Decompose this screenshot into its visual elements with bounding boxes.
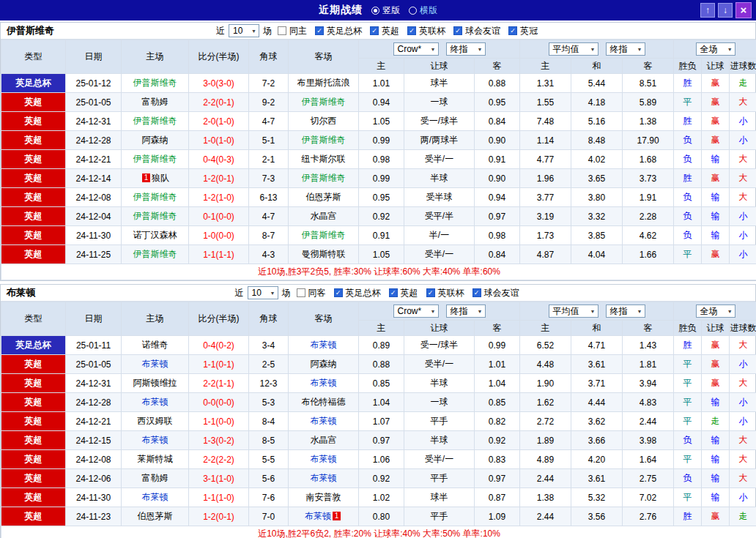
dropdown-arrow-icon: ▼	[270, 291, 275, 296]
dropdown-arrow-icon: ▼	[251, 29, 256, 34]
layout-horizontal-radio[interactable]: 横版	[409, 4, 437, 17]
result-handicap: 输	[702, 226, 730, 245]
odds-home: 1.01	[359, 74, 404, 93]
avg-time-select[interactable]: 终指▼	[606, 305, 645, 318]
odds-away: 0.97	[475, 207, 520, 226]
odds-handicap: 受半球	[404, 188, 475, 207]
league-filter-0-2[interactable]: ✓英联杯	[407, 25, 446, 37]
league-type-badge: 英超	[1, 188, 66, 207]
same-venue-filter-0[interactable]: 同主	[278, 25, 308, 37]
match-date: 24-12-28	[66, 131, 122, 150]
dropdown-arrow-icon: ▼	[590, 309, 596, 314]
layout-vertical-radio[interactable]: 竖版	[371, 4, 400, 17]
avg-home: 1.89	[520, 431, 571, 450]
corner-count: 5-6	[249, 469, 289, 488]
league-filter-1-3-label: 球会友谊	[483, 287, 520, 299]
match-score: 2-2(2-2)	[189, 450, 249, 469]
average-select[interactable]: 平均值▼	[549, 42, 598, 56]
scope-select[interactable]: 全场▼	[696, 42, 735, 56]
result-goals: 小	[730, 488, 756, 507]
sections-container: 伊普斯维奇 近 10▼ 场 同主 ✓英足总杯✓英超✓英联杯✓球会友谊✓英冠 类型…	[0, 20, 756, 538]
match-row: 英超24-12-06富勒姆3-1(1-0)5-6布莱顿0.92平手0.972.4…	[1, 469, 756, 488]
league-filter-1-3[interactable]: ✓球会友谊	[472, 287, 520, 299]
average-select-value: 平均值	[553, 43, 579, 56]
odds-away: 1.09	[475, 507, 520, 526]
away-team: 布莱顿	[289, 374, 359, 393]
league-type-badge: 英超	[1, 169, 66, 188]
league-filter-0-0[interactable]: ✓英足总杯	[315, 25, 363, 37]
match-score: 3-1(1-0)	[189, 469, 249, 488]
league-filter-1-1[interactable]: ✓英超	[389, 287, 419, 299]
odds-away: 0.84	[475, 112, 520, 131]
result-goals: 走	[730, 507, 756, 526]
close-button[interactable]: ×	[735, 2, 752, 18]
dropdown-arrow-icon: ▼	[727, 47, 733, 52]
odds-handicap: 受半/一	[404, 450, 475, 469]
match-count-select[interactable]: 10▼	[229, 24, 259, 37]
avg-draw: 8.48	[571, 131, 623, 150]
average-select[interactable]: 平均值▼	[549, 305, 598, 318]
corner-count: 8-5	[249, 431, 289, 450]
league-filter-0-3[interactable]: ✓球会友谊	[453, 25, 501, 37]
bookmaker-select[interactable]: Crow*▼	[393, 42, 439, 56]
matches-table: 类型 日期 主场 比分(半场) 角球 客场 Crow*▼终指▼ 平均值▼终指▼ …	[1, 40, 756, 280]
checked-checkbox-icon: ✓	[508, 26, 517, 35]
away-team: 布莱顿	[289, 336, 359, 355]
away-team: 伊普斯维奇	[289, 169, 359, 188]
league-filter-0-4[interactable]: ✓英冠	[508, 25, 538, 37]
match-count-select[interactable]: 10▼	[248, 286, 278, 299]
match-score: 2-0(1-0)	[189, 112, 249, 131]
odds-home: 0.89	[359, 336, 404, 355]
away-team: 曼彻斯特联	[289, 245, 359, 264]
match-date: 25-01-05	[66, 93, 122, 112]
odds-time-select[interactable]: 终指▼	[446, 42, 486, 56]
away-team: 纽卡斯尔联	[289, 150, 359, 169]
col-avg-away: 客	[623, 321, 674, 336]
match-score: 1-2(0-1)	[189, 507, 249, 526]
result-goals: 小	[730, 131, 756, 150]
result-handicap: 输	[702, 469, 730, 488]
odds-time-select[interactable]: 终指▼	[446, 305, 486, 318]
same-venue-filter-1[interactable]: 同客	[297, 287, 327, 299]
result-outcome: 平	[674, 412, 702, 431]
odds-handicap: 受半/一	[404, 355, 475, 374]
avg-home: 2.44	[520, 469, 571, 488]
col-avg-away: 客	[623, 59, 674, 74]
match-row: 英超24-11-23伯恩茅斯1-2(0-1)7-0布莱顿10.80平手1.092…	[1, 507, 756, 526]
away-team: 布莱顿	[289, 412, 359, 431]
home-team: 富勒姆	[122, 469, 189, 488]
league-type-badge: 英超	[1, 355, 66, 374]
result-outcome: 平	[674, 93, 702, 112]
avg-draw: 4.71	[571, 336, 623, 355]
result-outcome: 平	[674, 245, 702, 264]
scroll-down-button[interactable]: ↓	[718, 3, 733, 18]
scroll-up-button[interactable]: ↑	[700, 3, 715, 18]
odds-handicap: 平手	[404, 469, 475, 488]
home-team: 阿森纳	[122, 131, 189, 150]
result-outcome: 负	[674, 131, 702, 150]
odds-away: 0.88	[475, 74, 520, 93]
home-team: 伊普斯维奇	[122, 150, 189, 169]
avg-home: 1.31	[520, 74, 571, 93]
avg-time-select[interactable]: 终指▼	[606, 42, 645, 56]
league-filter-1-0[interactable]: ✓英足总杯	[334, 287, 382, 299]
section-header: 伊普斯维奇 近 10▼ 场 同主 ✓英足总杯✓英超✓英联杯✓球会友谊✓英冠	[1, 23, 755, 40]
scope-dropdown-cell: 全场▼	[674, 302, 756, 321]
summary-row: 近10场,胜3平2负5, 胜率:30% 让球率:60% 大率:40% 单率:60…	[1, 264, 756, 280]
scope-select[interactable]: 全场▼	[696, 305, 735, 318]
result-goals: 小	[730, 393, 756, 412]
result-goals: 大	[730, 93, 756, 112]
section-summary: 近10场,胜2平6负2, 胜率:20% 让球率:40% 大率:50% 单率:10…	[1, 526, 756, 538]
avg-draw: 3.61	[571, 469, 623, 488]
league-filter-1-2[interactable]: ✓英联杯	[426, 287, 465, 299]
home-team: 布莱顿	[122, 431, 189, 450]
away-team: 布莱顿	[289, 469, 359, 488]
horizontal-label: 横版	[420, 4, 437, 17]
avg-home: 1.38	[520, 488, 571, 507]
checked-checkbox-icon: ✓	[407, 26, 416, 35]
col-odds-home: 主	[359, 321, 404, 336]
bookmaker-select[interactable]: Crow*▼	[393, 305, 439, 318]
league-type-badge: 英超	[1, 488, 66, 507]
odds-home: 1.06	[359, 450, 404, 469]
league-filter-0-1[interactable]: ✓英超	[370, 25, 400, 37]
